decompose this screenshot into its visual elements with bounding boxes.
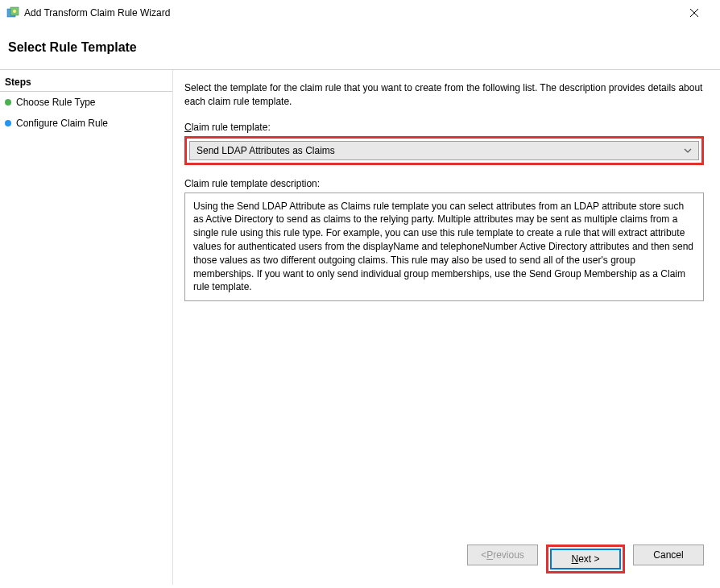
titlebar: Add Transform Claim Rule Wizard xyxy=(0,0,720,26)
steps-sidebar: Steps Choose Rule Type Configure Claim R… xyxy=(0,70,173,585)
previous-button: < Previous xyxy=(467,545,538,565)
next-button[interactable]: Next > xyxy=(550,549,621,569)
content-pane: Select the template for the claim rule t… xyxy=(173,70,720,585)
chevron-down-icon xyxy=(684,146,692,155)
bullet-icon xyxy=(5,99,11,106)
cancel-button[interactable]: Cancel xyxy=(633,545,704,565)
main-area: Steps Choose Rule Type Configure Claim R… xyxy=(0,69,720,585)
steps-heading: Steps xyxy=(0,73,172,92)
close-button[interactable] xyxy=(676,2,712,24)
template-label: Claim rule template: xyxy=(184,122,704,133)
page-title: Select Rule Template xyxy=(8,40,720,55)
dropdown-selected-text: Send LDAP Attributes as Claims xyxy=(197,145,684,156)
next-button-highlight: Next > xyxy=(546,545,625,574)
template-dropdown-highlight: Send LDAP Attributes as Claims xyxy=(184,136,704,165)
wizard-icon xyxy=(6,6,19,19)
bullet-icon xyxy=(5,120,11,126)
template-description: Using the Send LDAP Attribute as Claims … xyxy=(184,193,704,302)
step-choose-rule-type[interactable]: Choose Rule Type xyxy=(0,92,172,113)
claim-rule-template-dropdown[interactable]: Send LDAP Attributes as Claims xyxy=(189,141,699,160)
button-bar: < Previous Next > Cancel xyxy=(467,545,704,574)
page-header: Select Rule Template xyxy=(0,26,720,69)
window-title: Add Transform Claim Rule Wizard xyxy=(24,7,676,19)
step-label: Choose Rule Type xyxy=(16,97,96,108)
step-label: Configure Claim Rule xyxy=(16,118,108,129)
intro-text: Select the template for the claim rule t… xyxy=(184,81,704,109)
description-label: Claim rule template description: xyxy=(184,178,704,189)
svg-point-2 xyxy=(13,10,16,13)
step-configure-claim-rule[interactable]: Configure Claim Rule xyxy=(0,113,172,134)
